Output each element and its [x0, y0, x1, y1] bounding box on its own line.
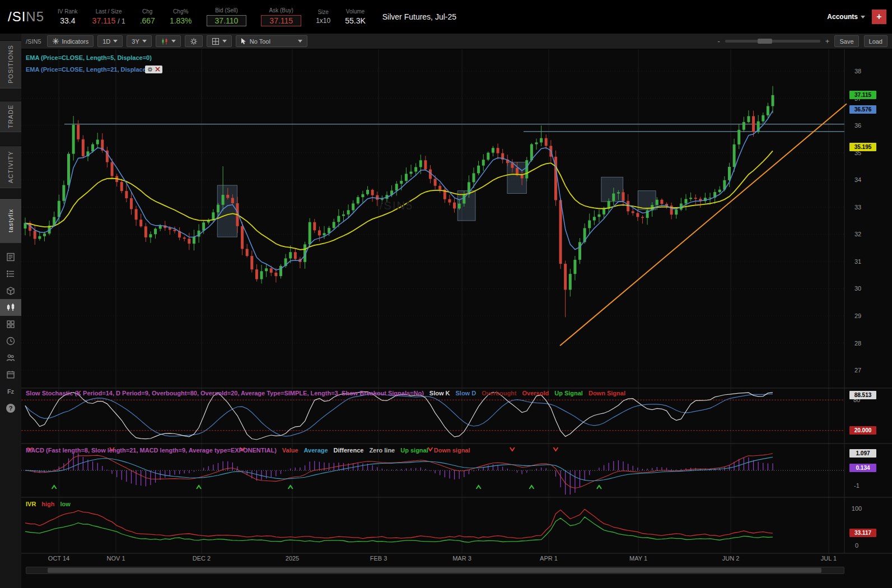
ema5-value-box: 36.576: [849, 105, 876, 114]
zoom-slider[interactable]: [725, 40, 820, 43]
last-size-value: 37.115 / 1: [92, 16, 125, 25]
accounts-dropdown[interactable]: Accounts: [827, 13, 865, 21]
svg-text:100: 100: [852, 505, 862, 512]
package-icon[interactable]: [0, 282, 21, 299]
header-right: Accounts +: [827, 10, 886, 24]
study-controls[interactable]: [145, 66, 162, 73]
sidebar-icon-rail: Fz ?: [0, 249, 21, 417]
ema21-value-box: 35.195: [849, 143, 876, 151]
chevron-down-icon: [113, 40, 118, 43]
stoch-k-value-box: 88.513: [849, 391, 876, 399]
chart-watermark: /SIN5: [380, 199, 413, 212]
chg-pct-label: Chg%: [173, 8, 188, 15]
sidebar-tab-positions[interactable]: POSITIONS: [0, 40, 21, 88]
fz-icon[interactable]: Fz: [0, 383, 21, 400]
time-axis-label: JUL 1: [821, 555, 837, 562]
help-icon[interactable]: ?: [0, 400, 21, 417]
study-title[interactable]: Slow Stochastic (K Period=14, D Period=9…: [26, 390, 424, 396]
legend-item: Overbought: [482, 390, 516, 396]
ema5-study-label[interactable]: EMA (Price=CLOSE, Length=5, Displace=0): [26, 54, 152, 61]
tab-label: ACTIVITY: [7, 151, 14, 183]
candlestick-icon: [161, 38, 169, 45]
sidebar-tab-activity[interactable]: ACTIVITY: [0, 146, 21, 188]
chart-settings-button[interactable]: [185, 35, 203, 47]
sidebar-tab-trade[interactable]: TRADE: [0, 101, 21, 132]
chart-toolbar: /SIN5 Indicators 1D 3Y No Tool: [21, 34, 892, 49]
tab-label: TRADE: [7, 105, 14, 128]
ivr-panel-title: IVRhighlow: [26, 501, 71, 507]
size-label: Size: [317, 9, 328, 15]
legend-item: Down signal: [434, 447, 470, 454]
study-labels: EMA (Price=CLOSE, Length=5, Displace=0) …: [26, 52, 162, 75]
svg-text:29: 29: [854, 312, 861, 319]
indicators-button[interactable]: Indicators: [47, 35, 94, 47]
symbol-title: /SIN5: [8, 9, 44, 25]
news-icon[interactable]: [0, 249, 21, 265]
indicators-label: Indicators: [62, 38, 89, 45]
time-axis-label: JUN 2: [722, 555, 740, 562]
legend-item: Up signal: [400, 447, 428, 454]
last-size-field: Last / Size 37.115 / 1: [92, 8, 125, 25]
save-button[interactable]: Save: [834, 35, 858, 47]
chart-area: /SIN5 38373635343332313029282780201-1100…: [21, 49, 892, 588]
macd-value-box: 1.097: [849, 449, 876, 458]
dashboard-icon[interactable]: [0, 316, 21, 333]
legend-item: Down Signal: [589, 390, 625, 396]
svg-text:27: 27: [854, 367, 861, 374]
calendar-icon[interactable]: [0, 366, 21, 383]
volume-field: Volume 55.3K: [345, 8, 366, 25]
zoom-slider-handle[interactable]: [758, 39, 772, 44]
load-button[interactable]: Load: [864, 35, 888, 47]
chart-icon[interactable]: [0, 299, 21, 316]
bid-field: Bid (Sell) 37.110: [207, 7, 247, 26]
scrollbar-handle[interactable]: [48, 568, 821, 573]
legend-item: Slow D: [456, 390, 477, 396]
svg-text:32: 32: [854, 231, 861, 237]
chevron-down-icon: [298, 40, 302, 43]
legend-item: low: [60, 501, 71, 507]
svg-text:28: 28: [854, 340, 861, 347]
study-title[interactable]: IVR: [26, 501, 36, 507]
gear-icon[interactable]: [147, 67, 153, 72]
ask-button[interactable]: 37.115: [261, 15, 301, 26]
toolbar-right: - + Save Load: [718, 35, 888, 47]
study-title[interactable]: MACD (Fast length=8, Slow length=21, MAC…: [26, 447, 277, 454]
horizontal-scrollbar[interactable]: [26, 567, 844, 574]
ask-label: Ask (Buy): [269, 7, 293, 13]
time-axis-label: OCT 14: [48, 555, 69, 562]
header: /SIN5 IV Rank 33.4 Last / Size 37.115 / …: [0, 0, 892, 34]
watchlist-icon[interactable]: [0, 265, 21, 282]
chg-field: Chg .667: [140, 8, 155, 25]
bid-button[interactable]: 37.110: [207, 15, 247, 26]
toolbar-symbol: /SIN5: [26, 38, 41, 45]
close-icon[interactable]: [155, 67, 160, 72]
community-icon[interactable]: [0, 349, 21, 366]
alert-button[interactable]: +: [872, 10, 886, 24]
time-axis-label: DEC 2: [193, 555, 211, 562]
iv-rank-value: 33.4: [60, 16, 75, 25]
grid-layout-dropdown[interactable]: [207, 35, 232, 47]
zoom-in-button[interactable]: +: [825, 37, 830, 45]
macd-panel-title: MACD (Fast length=8, Slow length=21, MAC…: [26, 447, 470, 454]
time-axis-label: MAR 3: [452, 555, 471, 562]
time-axis-label: APR 1: [540, 555, 558, 562]
drawing-tool-dropdown[interactable]: No Tool: [236, 35, 307, 47]
time-axis-label: FEB 3: [370, 555, 387, 562]
accounts-label: Accounts: [827, 13, 858, 21]
time-axis-label: 2025: [286, 555, 299, 562]
ema21-study-label[interactable]: EMA (Price=CLOSE, Length=21, Displace: [26, 66, 146, 73]
sidebar-tab-tastyfix[interactable]: tastyfix: [0, 198, 21, 243]
chart-style-dropdown[interactable]: [156, 35, 181, 47]
zoom-out-button[interactable]: -: [718, 37, 720, 45]
range-dropdown[interactable]: 3Y: [127, 35, 151, 47]
chart-canvas[interactable]: 38373635343332313029282780201-11000: [21, 49, 892, 588]
history-icon[interactable]: [0, 333, 21, 349]
volume-label: Volume: [346, 8, 365, 15]
timeframe-dropdown[interactable]: 1D: [97, 35, 123, 47]
legend-item: Average: [304, 447, 328, 454]
macd-diff-box: 0.134: [849, 464, 876, 472]
size-value: 1x10: [316, 17, 330, 25]
chevron-down-icon: [171, 40, 176, 43]
cursor-icon: [241, 38, 247, 45]
iv-rank-label: IV Rank: [58, 8, 78, 15]
